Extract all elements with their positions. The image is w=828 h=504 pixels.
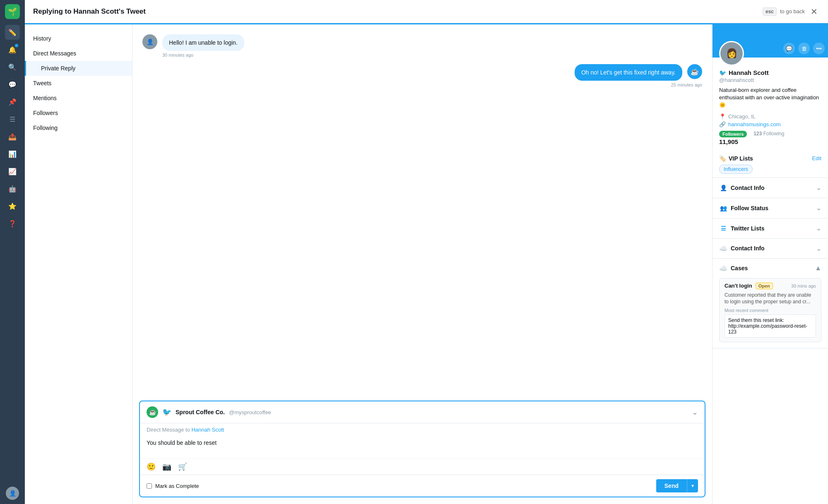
- follow-status-header[interactable]: 👥 Follow Status ⌄: [712, 198, 828, 218]
- profile-info: 🐦 Hannah Scott @hannahscott Natural-born…: [712, 58, 828, 155]
- trash-action-btn[interactable]: 🗑: [798, 43, 810, 54]
- sidebar-item-history[interactable]: History: [25, 31, 132, 46]
- profile-website: 🔗 hannahsmusings.com: [719, 121, 821, 127]
- nav-star[interactable]: ⭐: [5, 199, 20, 214]
- reply-account-handle: @mysproutcoffee: [229, 409, 271, 415]
- website-link[interactable]: hannahsmusings.com: [728, 121, 780, 127]
- vip-edit-btn[interactable]: Edit: [812, 155, 821, 161]
- nav-search[interactable]: 🔍: [5, 60, 20, 74]
- reply-footer: Mark as Complete Send ▾: [140, 475, 705, 497]
- notification-badge: [15, 44, 18, 47]
- reply-header: ☕ 🐦 Sprout Coffee Co. @mysproutcoffee ⌄: [140, 401, 705, 423]
- cases-chevron: ▲: [815, 264, 821, 272]
- close-button[interactable]: ✕: [808, 6, 820, 17]
- profile-avatar: 👩: [719, 41, 744, 66]
- vip-icon: 🏷️: [719, 155, 726, 162]
- incoming-time: 30 minutes ago: [162, 53, 244, 58]
- content-area: History Direct Messages Private Reply Tw…: [25, 24, 828, 504]
- main-container: Replying to Hannah Scott's Tweet esc to …: [25, 0, 828, 504]
- app-logo: 🌱: [5, 4, 20, 19]
- followers-label: Followers: [719, 131, 747, 137]
- esc-badge: esc: [763, 7, 777, 16]
- incoming-content: Hello! I am unable to login. 30 minutes …: [162, 34, 244, 58]
- vip-tag: Influencers: [719, 165, 753, 174]
- reply-dm-line: Direct Message to Hannah Scott: [140, 423, 705, 436]
- nav-inbox[interactable]: 💬: [5, 77, 20, 92]
- cases-left: ☁️ Cases: [719, 264, 748, 272]
- outgoing-bubble: Oh no! Let's get this fixed right away.: [575, 64, 682, 81]
- followers-count: 11,905: [719, 138, 747, 145]
- nav-compose[interactable]: ✏️: [5, 25, 20, 40]
- outgoing-time: 25 minutes ago: [671, 82, 702, 87]
- top-bar: Replying to Hannah Scott's Tweet esc to …: [25, 0, 828, 23]
- case-comment: Send them this reset link: http://exampl…: [724, 314, 816, 338]
- image-button[interactable]: 📷: [162, 462, 171, 471]
- profile-actions: 💬 🗑 •••: [783, 43, 825, 54]
- reply-textarea[interactable]: You should be able to reset: [140, 436, 705, 457]
- contact-info-sf-section: ☁️ Contact Info ⌄: [712, 239, 828, 259]
- follow-status-left: 👥 Follow Status: [719, 204, 768, 212]
- chat-action-btn[interactable]: 💬: [783, 43, 795, 54]
- cases-header[interactable]: ☁️ Cases ▲: [712, 259, 828, 278]
- chat-area: 👤 Hello! I am unable to login. 30 minute…: [132, 24, 712, 504]
- profile-header: 👩 💬 🗑 •••: [712, 24, 828, 58]
- twitter-lists-header[interactable]: ☰ Twitter Lists ⌄: [712, 218, 828, 238]
- more-action-btn[interactable]: •••: [813, 43, 825, 54]
- follow-status-chevron: ⌄: [816, 204, 821, 212]
- nav-send[interactable]: 📤: [5, 129, 20, 144]
- profile-name: Hannah Scott: [729, 69, 769, 76]
- nav-list[interactable]: ☰: [5, 112, 20, 127]
- stat-followers: Followers 11,905: [719, 131, 747, 145]
- case-status-badge: Open: [756, 283, 773, 289]
- nav-pin[interactable]: 📌: [5, 94, 20, 109]
- outgoing-row: Oh no! Let's get this fixed right away. …: [575, 64, 702, 81]
- case-description: Customer reported that they are unable t…: [724, 292, 816, 306]
- reply-account-icon: ☕: [147, 406, 158, 418]
- sidebar-item-following[interactable]: Following: [25, 120, 132, 135]
- send-button[interactable]: Send: [656, 479, 687, 492]
- sidebar-item-private-reply[interactable]: Private Reply: [25, 61, 132, 76]
- reply-dm-recipient[interactable]: Hannah Scott: [191, 427, 224, 433]
- contact-info-sf-left: ☁️ Contact Info: [719, 245, 765, 252]
- reply-box: ☕ 🐦 Sprout Coffee Co. @mysproutcoffee ⌄ …: [139, 401, 705, 497]
- sidebar-item-mentions[interactable]: Mentions: [25, 91, 132, 106]
- reply-collapse-btn[interactable]: ⌄: [692, 408, 698, 417]
- mark-complete-checkbox[interactable]: [147, 483, 152, 489]
- twitter-lists-chevron: ⌄: [816, 224, 821, 232]
- sidebar-item-tweets[interactable]: Tweets: [25, 76, 132, 91]
- sidebar-item-direct-messages[interactable]: Direct Messages: [25, 46, 132, 61]
- sidebar-item-followers[interactable]: Followers: [25, 106, 132, 120]
- salesforce-icon: ☁️: [719, 245, 727, 252]
- user-avatar[interactable]: 👤: [6, 487, 19, 500]
- nav-reports[interactable]: 📈: [5, 164, 20, 179]
- case-title: Can't login: [724, 283, 752, 289]
- nav-notifications[interactable]: 🔔: [5, 42, 20, 57]
- twitter-list-icon: ☰: [719, 224, 727, 233]
- send-dropdown-button[interactable]: ▾: [687, 479, 698, 492]
- contact-info-sf-header[interactable]: ☁️ Contact Info ⌄: [712, 239, 828, 258]
- outgoing-avatar: ☕: [687, 64, 702, 79]
- nav-help[interactable]: ❓: [5, 216, 20, 231]
- vip-section: 🏷️ VIP Lists Edit Influencers: [712, 155, 828, 178]
- profile-stats: Followers 11,905 123 Following: [719, 131, 821, 145]
- profile-handle: @hannahscott: [719, 77, 821, 83]
- stat-following: 123 Following: [753, 131, 784, 145]
- nav-bot[interactable]: 🤖: [5, 181, 20, 196]
- go-back-text: to go back: [780, 8, 805, 14]
- incoming-bubble: Hello! I am unable to login.: [162, 34, 244, 51]
- cart-button[interactable]: 🛒: [178, 462, 187, 471]
- case-time: 30 mins ago: [791, 283, 816, 288]
- emoji-button[interactable]: 🙂: [147, 462, 156, 471]
- mark-complete-label[interactable]: Mark as Complete: [147, 483, 199, 489]
- message-incoming: 👤 Hello! I am unable to login. 30 minute…: [142, 34, 702, 58]
- send-btn-group: Send ▾: [656, 479, 698, 492]
- case-comment-label: Most recent comment: [724, 308, 816, 313]
- cases-section: ☁️ Cases ▲ Can't login Open 30 mins ago …: [712, 259, 828, 349]
- follow-status-section: 👥 Follow Status ⌄: [712, 198, 828, 218]
- contact-info-twitter-chevron: ⌄: [816, 184, 821, 192]
- nav-analytics[interactable]: 📊: [5, 146, 20, 161]
- contact-info-sf-chevron: ⌄: [816, 245, 821, 252]
- right-panel: 👩 💬 🗑 ••• 🐦 Hannah Scott @hannahscott Na…: [712, 24, 828, 504]
- contact-info-twitter-header[interactable]: 👤 Contact Info ⌄: [712, 178, 828, 198]
- profile-twitter-icon: 🐦: [719, 70, 726, 76]
